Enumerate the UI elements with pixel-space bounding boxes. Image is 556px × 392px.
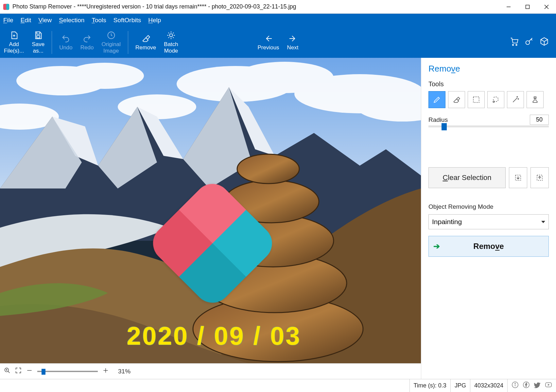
date-stamp: 2020 / 09 / 03 <box>127 321 301 351</box>
cart-icon[interactable] <box>510 37 519 48</box>
box-icon[interactable] <box>540 37 549 48</box>
facebook-icon[interactable] <box>523 381 530 390</box>
zoom-out-icon[interactable] <box>26 367 33 375</box>
zoom-actual-icon[interactable] <box>4 367 10 375</box>
zoom-slider[interactable] <box>37 371 98 372</box>
svg-point-9 <box>513 44 514 46</box>
status-time: Time (s): 0.3 <box>409 379 450 392</box>
menu-edit[interactable]: Edit <box>21 17 31 24</box>
save-as-button[interactable]: Save as... <box>28 27 48 58</box>
save-selection-button[interactable] <box>509 167 527 188</box>
side-panel: Remove Tools Radius Clear Selection <box>421 58 556 379</box>
lasso-tool[interactable] <box>487 91 504 108</box>
eraser-tool[interactable] <box>448 91 465 108</box>
maximize-button[interactable] <box>518 0 537 13</box>
tools-label: Tools <box>428 80 549 88</box>
menu-selection[interactable]: Selection <box>59 17 84 24</box>
svg-point-34 <box>493 101 494 102</box>
close-button[interactable] <box>537 0 556 13</box>
svg-line-27 <box>8 371 10 373</box>
svg-point-10 <box>516 44 517 46</box>
svg-rect-6 <box>37 36 40 38</box>
radius-input[interactable] <box>530 115 549 125</box>
undo-button[interactable]: Undo <box>55 27 77 58</box>
radius-slider[interactable] <box>428 125 549 127</box>
youtube-icon[interactable] <box>545 381 552 390</box>
svg-rect-1 <box>6 4 9 9</box>
toolbar: Add File(s)... Save as... Undo Redo Orig… <box>0 27 556 58</box>
radius-label: Radius <box>428 116 448 123</box>
image-canvas[interactable]: 2020 / 09 / 03 <box>0 58 421 363</box>
app-icon <box>3 3 10 10</box>
load-selection-button[interactable] <box>530 167 549 188</box>
menubar: File Edit View Selection Tools SoftOrbit… <box>0 14 556 27</box>
menu-view[interactable]: View <box>38 17 52 24</box>
minimize-button[interactable] <box>499 0 518 13</box>
key-icon[interactable] <box>525 37 534 48</box>
arrow-right-icon: ➔ <box>433 242 440 251</box>
remove-button-toolbar[interactable]: Remove <box>131 27 160 58</box>
menu-tools[interactable]: Tools <box>92 17 106 24</box>
redo-button[interactable]: Redo <box>77 27 98 58</box>
marker-tool[interactable] <box>428 91 445 108</box>
svg-point-14 <box>65 63 144 89</box>
clear-selection-button[interactable]: Clear Selection <box>428 167 506 188</box>
status-dims: 4032x3024 <box>470 379 507 392</box>
mode-combo[interactable]: Inpainting <box>428 214 549 229</box>
mode-value: Inpainting <box>432 218 462 226</box>
info-icon[interactable] <box>512 381 519 390</box>
svg-rect-3 <box>526 5 530 8</box>
batch-mode-button[interactable]: Batch Mode <box>160 27 182 58</box>
zoom-value: 31% <box>118 368 130 375</box>
zoom-in-icon[interactable] <box>102 367 109 375</box>
panel-title: Remove <box>428 64 549 74</box>
svg-point-8 <box>169 34 172 37</box>
status-format: JPG <box>450 379 470 392</box>
remove-button[interactable]: ➔ Remove <box>428 236 549 257</box>
previous-button[interactable]: Previous <box>253 27 283 58</box>
rectangle-select-tool[interactable] <box>468 91 485 108</box>
clone-stamp-tool[interactable] <box>527 91 544 108</box>
magic-wand-tool[interactable] <box>507 91 524 108</box>
svg-point-25 <box>237 154 299 184</box>
svg-point-19 <box>118 94 196 119</box>
menu-file[interactable]: File <box>3 17 13 24</box>
menu-help[interactable]: Help <box>148 17 161 24</box>
chevron-down-icon <box>541 221 545 223</box>
svg-point-40 <box>515 383 515 384</box>
status-bar: Time (s): 0.3 JPG 4032x3024 <box>0 379 556 392</box>
window-title: Photo Stamp Remover - ****Unregistered v… <box>12 3 499 10</box>
next-button[interactable]: Next <box>283 27 303 58</box>
mode-label: Object Removing Mode <box>428 203 549 210</box>
window-controls <box>499 0 556 13</box>
svg-rect-33 <box>473 97 479 102</box>
zoom-bar: 31% <box>0 363 421 379</box>
svg-rect-35 <box>534 97 536 98</box>
add-files-button[interactable]: Add File(s)... <box>0 27 28 58</box>
menu-softorbits[interactable]: SoftOrbits <box>113 17 141 24</box>
tool-row <box>428 91 549 108</box>
original-image-button[interactable]: Original Image <box>97 27 125 58</box>
fit-screen-icon[interactable] <box>15 367 22 375</box>
titlebar: Photo Stamp Remover - ****Unregistered v… <box>0 0 556 14</box>
canvas-area: 2020 / 09 / 03 31% <box>0 58 421 379</box>
twitter-icon[interactable] <box>534 381 541 390</box>
